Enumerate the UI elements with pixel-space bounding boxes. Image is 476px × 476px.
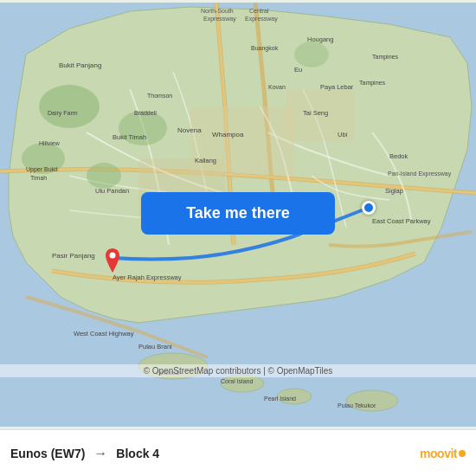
svg-text:Siglap: Siglap [385,187,403,195]
moovit-logo: moovit [420,447,466,460]
to-destination-label: Block 4 [116,447,159,460]
svg-text:Pearl Island: Pearl Island [264,396,296,402]
svg-text:Timah: Timah [30,175,47,181]
from-station-label: Eunos (EW7) [10,447,85,460]
svg-text:West Coast Highway: West Coast Highway [74,330,134,338]
svg-text:Hougang: Hougang [307,35,333,43]
svg-text:Ulu Pandan: Ulu Pandan [95,187,129,195]
svg-text:Pulau Tekukor: Pulau Tekukor [338,402,376,408]
svg-text:Pulau Brani: Pulau Brani [138,343,172,351]
svg-text:Braddell: Braddell [134,110,157,116]
svg-text:Kovan: Kovan [268,84,286,90]
svg-text:Whampoa: Whampoa [212,131,244,138]
svg-point-10 [294,42,329,68]
svg-text:Central: Central [249,8,269,14]
svg-text:Pasir Panjang: Pasir Panjang [52,252,95,260]
svg-text:Expressway: Expressway [203,16,236,23]
route-arrow-icon: → [93,446,107,461]
svg-text:Novena: Novena [177,126,202,134]
map-container: Bukit Panjang Dairy Farm Hillview Upper … [0,0,476,429]
svg-text:Paya Lebar: Paya Lebar [320,83,354,91]
svg-text:Upper Bukit: Upper Bukit [26,166,58,173]
svg-text:Bedok: Bedok [389,152,408,160]
svg-point-8 [87,163,121,189]
destination-pin [102,248,123,274]
svg-text:Ubi: Ubi [338,131,348,138]
bottom-bar: Eunos (EW7) → Block 4 moovit [0,429,476,476]
svg-point-6 [39,85,100,128]
moovit-brand-text: moovit [420,447,457,460]
svg-text:Tai Seng: Tai Seng [303,109,328,117]
app: Bukit Panjang Dairy Farm Hillview Upper … [0,0,476,476]
svg-text:Tampines: Tampines [372,54,398,61]
svg-text:Dairy Farm: Dairy Farm [48,110,78,117]
svg-point-53 [110,253,116,259]
svg-text:Pan-Island Expressway: Pan-Island Expressway [388,170,452,177]
svg-text:Bukit Panjang: Bukit Panjang [59,61,101,69]
svg-text:Buangkok: Buangkok [251,45,279,52]
moovit-dot-icon [459,450,466,457]
svg-text:Kallang: Kallang [195,157,216,164]
svg-text:North-South: North-South [201,8,234,14]
svg-text:Bukit Timah: Bukit Timah [113,133,146,141]
svg-text:Hillview: Hillview [39,140,61,146]
take-me-there-button[interactable]: Take me there [141,192,335,235]
svg-text:Thomson: Thomson [147,93,172,99]
svg-text:Expressway: Expressway [245,16,278,23]
svg-text:East Coast Parkway: East Coast Parkway [372,217,431,225]
svg-text:Ayer Rajah Expressway: Ayer Rajah Expressway [113,273,182,281]
svg-text:Coral Island: Coral Island [221,378,253,384]
origin-pin [362,201,376,215]
map-attribution: © OpenStreetMap contributors | © OpenMap… [0,364,476,377]
svg-text:Tampines: Tampines [359,80,385,87]
svg-text:Eu: Eu [294,66,302,74]
